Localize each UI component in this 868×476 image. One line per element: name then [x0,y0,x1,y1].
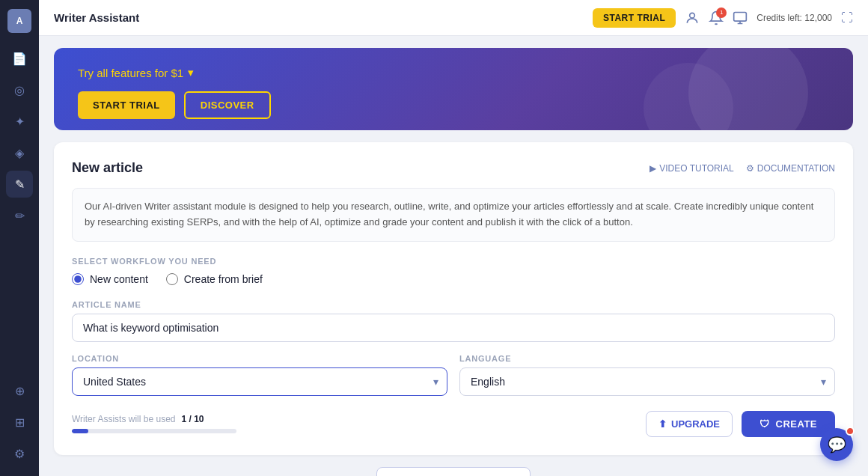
location-label: LOCATION [72,354,447,363]
chat-badge [846,427,855,436]
notification-badge: 1 [716,7,727,18]
topbar: Writer Assistant START TRIAL 1 Credits l… [39,0,868,36]
workflow-section-label: SELECT WORKFLOW YOU NEED [72,257,835,266]
avatar[interactable]: A [7,9,31,33]
location-select[interactable]: United States [72,367,447,396]
monitor-icon[interactable] [733,10,748,25]
radio-create-from-brief-input[interactable] [166,273,178,285]
svg-rect-1 [734,12,747,21]
main-area: Writer Assistant START TRIAL 1 Credits l… [39,0,868,476]
play-icon: ▶ [650,163,656,174]
banner-actions: START TRIAL DISCOVER [78,91,829,119]
upgrade-label: UPGRADE [671,418,720,430]
language-select[interactable]: English [459,367,835,396]
card-links: ▶ VIDEO TUTORIAL ⚙ DOCUMENTATION [650,163,835,174]
sidebar-item-target[interactable]: ◎ [6,76,33,103]
card-footer: Writer Assists will be used 1 / 10 ⬆ UPG… [72,411,835,437]
workflow-radio-group: New content Create from brief [72,273,835,285]
credits-label: Credits left: 12,000 [757,13,832,23]
start-trial-button-banner[interactable]: START TRIAL [78,91,175,119]
create-label: CREATE [776,418,817,430]
radio-new-content[interactable]: New content [72,273,148,285]
sidebar-item-document[interactable]: 📄 [6,45,33,72]
sidebar-item-report[interactable]: ⊞ [6,409,33,436]
start-trial-button-top[interactable]: START TRIAL [593,8,676,28]
content-area: Try all features for $1 ▾ START TRIAL DI… [39,36,868,476]
user-icon[interactable] [685,10,700,25]
chevron-down-icon: ▾ [188,66,194,79]
article-name-input[interactable] [72,314,835,342]
sidebar: A 📄 ◎ ✦ ◈ ✎ ✏ ⊕ ⊞ ⚙ [0,0,39,476]
row-fields: LOCATION United States ▾ LANGUAGE Englis… [72,354,835,396]
sidebar-item-tag[interactable]: ◈ [6,139,33,166]
banner-tagline: Try all features for $1 ▾ [78,66,829,79]
sidebar-item-writer[interactable]: ✎ [6,171,33,198]
banner-tagline-text: Try all features for $1 [78,67,183,79]
language-field-group: LANGUAGE English ▾ [459,354,835,396]
card-description: Our AI-driven Writer assistant module is… [72,188,835,242]
notification-icon[interactable]: 1 [709,10,724,25]
radio-create-from-brief[interactable]: Create from brief [166,273,263,285]
chat-icon: 💬 [828,436,846,454]
sidebar-item-paint[interactable]: ✏ [6,202,33,229]
chat-fab-button[interactable]: 💬 [820,428,853,461]
documentation-link[interactable]: ⚙ DOCUMENTATION [746,163,835,174]
sidebar-item-sparkle[interactable]: ✦ [6,108,33,135]
usage-label-row: Writer Assists will be used 1 / 10 [72,414,236,424]
article-name-label: ARTICLE NAME [72,300,835,309]
card-title: New article [72,160,143,176]
usage-count: 1 / 10 [182,414,204,424]
upgrade-icon: ⬆ [658,418,667,430]
radio-create-from-brief-label: Create from brief [184,273,263,285]
footer-right: ⬆ UPGRADE 🛡 CREATE [646,411,835,437]
language-select-wrapper: English ▾ [459,367,835,396]
discover-button[interactable]: DISCOVER [184,91,271,119]
create-button[interactable]: 🛡 CREATE [742,411,835,437]
location-field-group: LOCATION United States ▾ [72,354,447,396]
language-label: LANGUAGE [459,354,835,363]
create-icon: 🛡 [760,418,770,430]
radio-new-content-input[interactable] [72,273,84,285]
promo-banner: Try all features for $1 ▾ START TRIAL DI… [54,48,853,130]
progress-bar-fill [72,429,88,433]
new-article-card: New article ▶ VIDEO TUTORIAL ⚙ DOCUMENTA… [54,142,853,455]
upgrade-button[interactable]: ⬆ UPGRADE [646,411,733,437]
video-tutorial-link[interactable]: ▶ VIDEO TUTORIAL [650,163,734,174]
usage-section: Writer Assists will be used 1 / 10 [72,414,236,433]
svg-point-0 [690,13,695,18]
sidebar-item-settings[interactable]: ⚙ [6,440,33,467]
sidebar-item-link[interactable]: ⊕ [6,377,33,404]
recent-articles-button[interactable]: 📋 RECENT ARTICLES [376,467,530,476]
gear-icon: ⚙ [746,163,754,174]
usage-description: Writer Assists will be used [72,414,176,424]
location-select-wrapper: United States ▾ [72,367,447,396]
progress-bar [72,429,236,433]
radio-new-content-label: New content [90,273,148,285]
fullscreen-icon[interactable]: ⛶ [841,11,853,25]
topbar-actions: START TRIAL 1 Credits left: 12,000 ⛶ [593,8,853,28]
card-header: New article ▶ VIDEO TUTORIAL ⚙ DOCUMENTA… [72,160,835,176]
page-title: Writer Assistant [54,11,584,24]
